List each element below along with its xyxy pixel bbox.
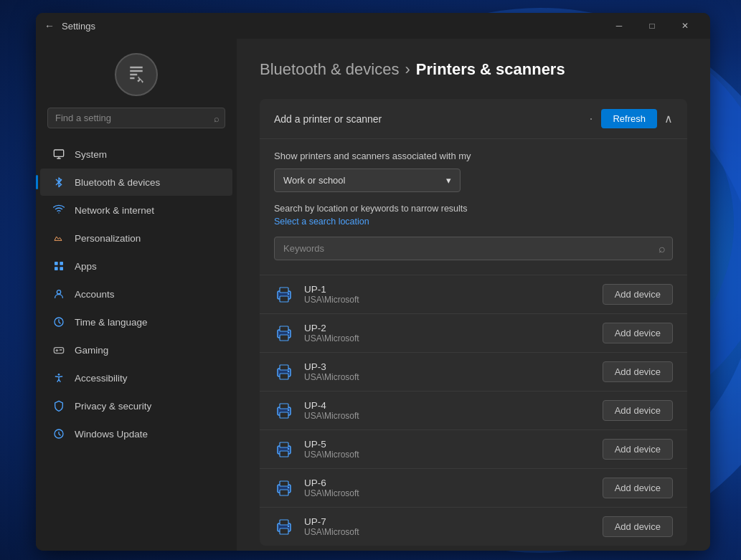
nav-list: System Bluetooth & devices Network & int…: [36, 140, 237, 448]
back-button[interactable]: ←: [44, 20, 55, 32]
search-location-link[interactable]: Select a search location: [274, 217, 673, 227]
svg-rect-27: [280, 442, 288, 447]
window-controls: ─ □ ✕: [603, 14, 702, 37]
printer-name: UP-2: [304, 323, 603, 333]
add-device-button[interactable]: Add device: [603, 361, 673, 382]
printer-list: UP-1 USA\Microsoft Add device UP-2 USA\M…: [260, 275, 687, 546]
svg-rect-1: [55, 262, 58, 265]
printer-org: USA\Microsoft: [304, 372, 603, 382]
maximize-button[interactable]: □: [636, 14, 669, 37]
sidebar-item-label: Personalization: [75, 233, 221, 244]
sidebar-item-accessibility[interactable]: Accessibility: [40, 364, 232, 391]
printer-info: UP-4 USA\Microsoft: [304, 400, 603, 421]
keywords-search-icon: ⌕: [659, 242, 666, 255]
sidebar-item-gaming[interactable]: Gaming: [40, 336, 232, 364]
minimize-button[interactable]: ─: [603, 14, 636, 37]
add-device-button[interactable]: Add device: [603, 439, 673, 460]
sidebar-item-time[interactable]: Time & language: [40, 308, 232, 336]
printer-list-item: UP-6 USA\Microsoft Add device: [260, 469, 687, 508]
svg-point-8: [58, 374, 60, 376]
dropdown-value: Work or school: [283, 175, 345, 186]
sidebar-item-personalization[interactable]: Personalization: [40, 224, 232, 252]
sidebar-item-label: Accounts: [75, 289, 221, 300]
printer-icon: [274, 401, 294, 421]
printer-org: USA\Microsoft: [304, 527, 603, 537]
close-button[interactable]: ✕: [669, 14, 702, 37]
avatar-section: [36, 39, 237, 108]
time-icon: [52, 315, 66, 329]
svg-point-33: [288, 486, 289, 488]
search-box: ⌕: [47, 108, 225, 128]
svg-rect-32: [280, 490, 288, 495]
printer-list-item: UP-2 USA\Microsoft Add device: [260, 314, 687, 353]
add-device-button[interactable]: Add device: [603, 478, 673, 498]
svg-rect-36: [280, 528, 288, 534]
svg-rect-3: [55, 267, 58, 270]
svg-rect-15: [280, 326, 288, 331]
svg-rect-19: [280, 365, 288, 370]
sidebar-item-accounts[interactable]: Accounts: [40, 280, 232, 308]
svg-rect-16: [280, 335, 288, 341]
sidebar-item-label: Apps: [75, 261, 221, 272]
sidebar-item-system[interactable]: System: [40, 141, 232, 168]
privacy-icon: [52, 399, 66, 413]
sidebar-item-update[interactable]: Windows Update: [40, 420, 232, 447]
apps-icon: [52, 259, 66, 273]
svg-rect-28: [280, 451, 288, 457]
accounts-icon: [52, 287, 66, 301]
sidebar-item-privacy[interactable]: Privacy & security: [40, 392, 232, 419]
svg-rect-24: [280, 412, 288, 418]
window-title: Settings: [62, 21, 95, 32]
breadcrumb-current: Printers & scanners: [416, 60, 565, 79]
printer-name: UP-1: [304, 284, 603, 295]
printer-name: UP-4: [304, 400, 603, 411]
svg-point-13: [288, 293, 289, 294]
title-bar: ← Settings ─ □ ✕: [36, 13, 710, 39]
main-content: Bluetooth & devices › Printers & scanner…: [237, 39, 710, 551]
svg-point-25: [288, 409, 289, 410]
page-header: Bluetooth & devices › Printers & scanner…: [260, 60, 687, 79]
printer-info: UP-1 USA\Microsoft: [304, 284, 603, 305]
add-device-button[interactable]: Add device: [603, 284, 673, 305]
svg-point-17: [288, 331, 289, 333]
sidebar-item-label: Accessibility: [75, 373, 221, 384]
printer-name: UP-7: [304, 516, 603, 527]
svg-rect-23: [280, 404, 288, 409]
sidebar-item-network[interactable]: Network & internet: [40, 196, 232, 224]
svg-point-5: [57, 290, 60, 294]
printer-name: UP-3: [304, 361, 603, 372]
association-label: Show printers and scanners associated wi…: [274, 151, 673, 161]
printer-icon: [274, 440, 294, 460]
sidebar-item-label: System: [75, 149, 221, 160]
system-icon: [52, 147, 66, 161]
collapse-button[interactable]: ∧: [664, 112, 673, 125]
printer-name: UP-5: [304, 439, 603, 450]
add-device-button[interactable]: Add device: [603, 323, 673, 343]
keywords-input[interactable]: [274, 237, 673, 260]
printer-info: UP-3 USA\Microsoft: [304, 361, 603, 382]
printer-list-item: UP-7 USA\Microsoft Add device: [260, 508, 687, 546]
add-device-button[interactable]: Add device: [603, 516, 673, 537]
personalization-icon: [52, 231, 66, 245]
printer-icon: [274, 517, 294, 537]
svg-rect-4: [60, 267, 63, 270]
svg-point-37: [288, 525, 289, 526]
printer-list-item: UP-4 USA\Microsoft Add device: [260, 391, 687, 430]
svg-rect-11: [280, 288, 288, 293]
svg-rect-12: [280, 296, 288, 302]
svg-rect-31: [280, 481, 288, 486]
add-printer-label: Add a printer or scanner: [274, 113, 589, 125]
search-input[interactable]: [47, 108, 225, 128]
sidebar-item-label: Gaming: [75, 345, 221, 356]
printer-list-item: UP-1 USA\Microsoft Add device: [260, 275, 687, 314]
add-printer-row: Add a printer or scanner · Refresh ∧: [260, 99, 687, 139]
add-printer-expanded: Show printers and scanners associated wi…: [260, 139, 687, 275]
printer-org: USA\Microsoft: [304, 411, 603, 421]
breadcrumb-separator: ›: [405, 60, 410, 79]
sidebar-item-bluetooth[interactable]: Bluetooth & devices: [40, 169, 232, 196]
sidebar-item-apps[interactable]: Apps: [40, 252, 232, 280]
svg-rect-0: [54, 150, 63, 156]
refresh-button[interactable]: Refresh: [601, 109, 657, 128]
add-device-button[interactable]: Add device: [603, 400, 673, 421]
association-dropdown[interactable]: Work or school ▾: [274, 169, 461, 192]
